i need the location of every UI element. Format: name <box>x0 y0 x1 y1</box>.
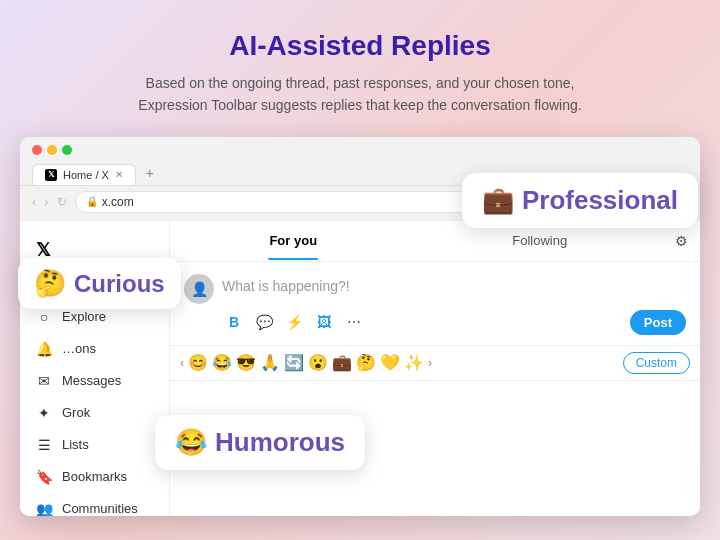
curious-label: Curious <box>74 270 165 298</box>
sidebar-item-label: Grok <box>62 405 90 420</box>
professional-label: Professional <box>522 185 678 216</box>
header-section: AI-Assisted Replies Based on the ongoing… <box>0 0 720 137</box>
humorous-bubble: 😂 Humorous <box>155 415 365 470</box>
minimize-dot[interactable] <box>47 145 57 155</box>
bold-icon[interactable]: B <box>222 310 246 334</box>
subtitle: Based on the ongoing thread, past respon… <box>80 72 640 117</box>
media-icon[interactable]: ⚡ <box>282 310 306 334</box>
tab-favicon: 𝕏 <box>45 169 57 181</box>
grok-icon: ✦ <box>36 405 52 421</box>
new-tab-button[interactable]: + <box>138 161 162 185</box>
window-dots <box>32 145 688 155</box>
sidebar-item-messages[interactable]: ✉ Messages <box>20 365 169 397</box>
post-button[interactable]: Post <box>630 310 686 335</box>
sidebar-item-lists[interactable]: ☰ Lists <box>20 429 169 461</box>
compose-area: 👤 What is happening?! B 💬 ⚡ 🖼 ⋯ Post <box>170 262 700 346</box>
messages-icon: ✉ <box>36 373 52 389</box>
emoji-think[interactable]: 🤔 <box>356 353 376 372</box>
emoji-refresh[interactable]: 🔄 <box>284 353 304 372</box>
back-button[interactable]: ‹ <box>32 194 36 209</box>
tab-close-icon[interactable]: ✕ <box>115 169 123 180</box>
page-title: AI-Assisted Replies <box>80 30 640 62</box>
emoji-row: ‹ 😊 😂 😎 🙏 🔄 😮 💼 🤔 💛 ✨ › Custom <box>170 346 700 381</box>
lock-icon: 🔒 <box>86 196 98 207</box>
more-options-icon[interactable]: ⋯ <box>342 310 366 334</box>
lists-icon: ☰ <box>36 437 52 453</box>
emoji-heart[interactable]: 💛 <box>380 353 400 372</box>
humorous-emoji: 😂 <box>175 427 207 458</box>
reply-icon[interactable]: 💬 <box>252 310 276 334</box>
emoji-laugh[interactable]: 😂 <box>212 353 232 372</box>
emoji-cool[interactable]: 😎 <box>236 353 256 372</box>
emoji-smile[interactable]: 😊 <box>188 353 208 372</box>
compose-row: 👤 What is happening?! <box>184 274 686 304</box>
tab-label: Home / X <box>63 169 109 181</box>
sidebar-item-label: Communities <box>62 501 138 516</box>
curious-emoji: 🤔 <box>34 268 66 299</box>
sidebar-item-grok[interactable]: ✦ Grok <box>20 397 169 429</box>
sidebar-item-label: Messages <box>62 373 121 388</box>
close-dot[interactable] <box>32 145 42 155</box>
humorous-label: Humorous <box>215 427 345 458</box>
sidebar-item-label: Explore <box>62 309 106 324</box>
bookmarks-icon: 🔖 <box>36 469 52 485</box>
sidebar-item-label: …ons <box>62 341 96 356</box>
emoji-pray[interactable]: 🙏 <box>260 353 280 372</box>
avatar: 👤 <box>184 274 214 304</box>
emoji-next-icon[interactable]: › <box>428 356 432 370</box>
url-text: x.com <box>102 195 134 209</box>
sidebar-item-bookmarks[interactable]: 🔖 Bookmarks <box>20 461 169 493</box>
active-tab[interactable]: 𝕏 Home / X ✕ <box>32 164 136 185</box>
explore-icon: ○ <box>36 309 52 325</box>
maximize-dot[interactable] <box>62 145 72 155</box>
reload-button[interactable]: ↻ <box>57 195 67 209</box>
emoji-prev-icon[interactable]: ‹ <box>180 356 184 370</box>
tab-for-you[interactable]: For you <box>170 221 417 260</box>
communities-icon: 👥 <box>36 501 52 516</box>
sidebar-item-notifications[interactable]: 🔔 …ons <box>20 333 169 365</box>
emoji-wow[interactable]: 😮 <box>308 353 328 372</box>
notifications-icon: 🔔 <box>36 341 52 357</box>
professional-emoji: 💼 <box>482 185 514 216</box>
sidebar-item-label: Bookmarks <box>62 469 127 484</box>
image-icon[interactable]: 🖼 <box>312 310 336 334</box>
emoji-sparkle[interactable]: ✨ <box>404 353 424 372</box>
professional-bubble: 💼 Professional <box>462 173 698 228</box>
twitter-main: For you Following ⚙ 👤 What is happening?… <box>170 221 700 516</box>
custom-button[interactable]: Custom <box>623 352 690 374</box>
curious-bubble: 🤔 Curious <box>18 258 181 309</box>
emoji-briefcase[interactable]: 💼 <box>332 353 352 372</box>
sidebar-item-communities[interactable]: 👥 Communities <box>20 493 169 516</box>
forward-button[interactable]: › <box>44 194 48 209</box>
compose-toolbar: B 💬 ⚡ 🖼 ⋯ Post <box>184 304 686 339</box>
compose-input[interactable]: What is happening?! <box>222 274 686 294</box>
sidebar-item-label: Lists <box>62 437 89 452</box>
